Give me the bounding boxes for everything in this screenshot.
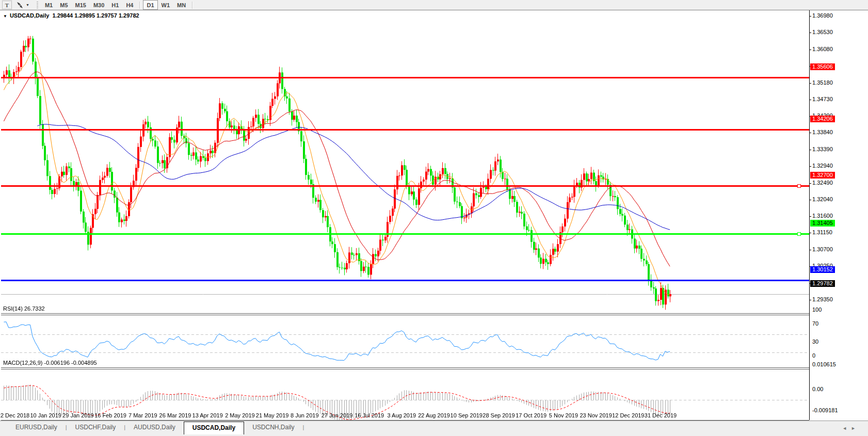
timeframe-button-m1[interactable]: M1 xyxy=(41,1,56,9)
toolbar-separator xyxy=(139,2,140,9)
chart-tab-eurusd[interactable]: EURUSD,Daily xyxy=(7,422,66,433)
toolbar-separator xyxy=(192,2,193,9)
date-axis-label: 31 Dec 2019 xyxy=(645,412,677,418)
date-axis-label: 26 Mar 2019 xyxy=(159,412,191,418)
date-axis-label: 23 Nov 2019 xyxy=(580,412,612,418)
timeframe-buttons: M1M5M15M30H1H4D1W1MN xyxy=(41,0,196,10)
date-axis-label: 17 Oct 2019 xyxy=(516,412,546,418)
price-axis-tick: 1.33840 xyxy=(812,129,833,135)
date-axis-label: 16 Jul 2019 xyxy=(355,412,384,418)
price-axis-line xyxy=(809,10,810,420)
timeframe-button-h1[interactable]: H1 xyxy=(108,1,122,9)
date-axis-label: 22 Aug 2019 xyxy=(418,412,450,418)
mt4-terminal: T ▼ M1M5M15M30H1H4D1W1MN ▼USDCAD,Daily 1… xyxy=(0,0,868,436)
date-axis-label: 3 Aug 2019 xyxy=(388,412,416,418)
rsi-axis-tick: 0 xyxy=(812,352,815,359)
timeframe-button-mn[interactable]: MN xyxy=(173,1,189,9)
timeframe-button-m15[interactable]: M15 xyxy=(72,1,90,9)
arrows-icon xyxy=(16,2,24,9)
hline-price-label: 1.34206 xyxy=(810,116,835,122)
date-axis-label: 2 May 2019 xyxy=(225,412,254,418)
macd-axis-tick: 0.00 xyxy=(812,386,823,392)
timeframe-button-d1[interactable]: D1 xyxy=(143,0,157,10)
chart-tab-audusd[interactable]: AUDUSD,Daily xyxy=(125,422,184,433)
price-axis-tick: 1.29350 xyxy=(812,296,833,302)
chart-tab-usdcad[interactable]: USDCAD,Daily xyxy=(184,422,244,434)
timeframe-toolbar: T ▼ M1M5M15M30H1H4D1W1MN xyxy=(0,0,868,10)
rsi-axis-tick: 70 xyxy=(812,320,818,327)
price-axis-tick: 1.35180 xyxy=(812,79,833,86)
chart-tab-usdchf[interactable]: USDCHF,Daily xyxy=(67,422,124,433)
rsi-indicator-label: RSI(14) 26.7332 xyxy=(3,305,45,312)
hline-price-label: 1.30152 xyxy=(810,266,835,273)
price-axis-tick: 1.31600 xyxy=(812,213,833,219)
date-axis-label: 10 Jan 2019 xyxy=(30,412,61,418)
macd-axis-tick: 0.010615 xyxy=(812,361,836,367)
chart-ohlc-values: 1.29844 1.29895 1.29757 1.29782 xyxy=(52,12,139,19)
date-axis-label: 22 Dec 2018 xyxy=(0,412,29,418)
price-axis-tick: 1.30700 xyxy=(812,246,833,252)
date-axis-label: 7 Mar 2019 xyxy=(128,412,157,418)
chart-tab-usdcnh[interactable]: USDCNH,Daily xyxy=(244,422,302,433)
hline-price-label: 1.35606 xyxy=(810,63,835,70)
date-axis-label: 21 May 2019 xyxy=(256,412,289,418)
timeframe-button-w1[interactable]: W1 xyxy=(158,1,174,9)
chart-tabs: EURUSD,Daily|USDCHF,Daily|AUDUSD,DailyUS… xyxy=(7,421,304,434)
date-axis-label: 12 Dec 2019 xyxy=(612,412,644,418)
timeframe-button-m30[interactable]: M30 xyxy=(90,1,108,9)
price-axis-tick: 1.32040 xyxy=(812,196,833,202)
hline-price-label: 1.32700 xyxy=(810,172,835,179)
date-axis-label: 5 Nov 2019 xyxy=(549,412,578,418)
date-axis-label: 29 Jan 2019 xyxy=(62,412,94,418)
hline-price-label: 1.31405 xyxy=(810,220,835,227)
macd-axis-tick: -0.009181 xyxy=(812,407,838,413)
date-axis-label: 16 Feb 2019 xyxy=(94,412,126,418)
date-axis-label: 28 Sep 2019 xyxy=(483,412,515,418)
date-axis-label: 10 Sep 2019 xyxy=(451,412,483,418)
scroll-right-icon[interactable]: ► xyxy=(851,426,860,431)
price-chart-canvas[interactable] xyxy=(1,21,809,421)
chevron-down-icon[interactable]: ▼ xyxy=(26,3,29,7)
tab-scroll-arrows: ◄► xyxy=(842,426,860,431)
date-axis-label: 13 Apr 2019 xyxy=(192,412,223,418)
text-tool-icon[interactable]: T xyxy=(2,1,12,9)
price-axis-tick: 1.36080 xyxy=(812,46,833,52)
date-axis-label: 8 Jun 2019 xyxy=(291,412,318,418)
macd-indicator-label: MACD(12,26,9) -0.006196 -0.004895 xyxy=(3,360,97,366)
date-axis-label: 27 Jun 2019 xyxy=(322,412,353,418)
chart-title: ▼USDCAD,Daily 1.29844 1.29895 1.29757 1.… xyxy=(3,12,139,19)
arrow-style-tool-icon[interactable] xyxy=(12,1,25,9)
scroll-left-icon[interactable]: ◄ xyxy=(842,426,851,431)
current-price-label: 1.29782 xyxy=(810,280,835,287)
rsi-axis-tick: 100 xyxy=(812,306,822,313)
rsi-axis-tick: 30 xyxy=(812,338,818,345)
price-axis-tick: 1.32490 xyxy=(812,180,833,186)
chart-window xyxy=(0,10,868,421)
price-axis-tick: 1.36530 xyxy=(812,29,833,35)
chart-tab-bar: EURUSD,Daily|USDCHF,Daily|AUDUSD,DailyUS… xyxy=(0,421,868,436)
timeframe-button-m5[interactable]: M5 xyxy=(56,1,71,9)
price-axis-tick: 1.31150 xyxy=(812,229,832,235)
chart-symbol-period: USDCAD,Daily xyxy=(10,12,49,19)
price-axis-tick: 1.33390 xyxy=(812,146,833,152)
price-axis-tick: 1.32940 xyxy=(812,163,833,169)
price-axis-tick: 1.34730 xyxy=(812,96,833,102)
price-axis-tick: 1.36980 xyxy=(812,12,833,19)
timeframe-button-h4[interactable]: H4 xyxy=(122,1,137,9)
toolbar-grip[interactable] xyxy=(37,2,38,9)
collapse-caret-icon[interactable]: ▼ xyxy=(3,14,7,19)
tab-separator: | xyxy=(302,424,304,430)
